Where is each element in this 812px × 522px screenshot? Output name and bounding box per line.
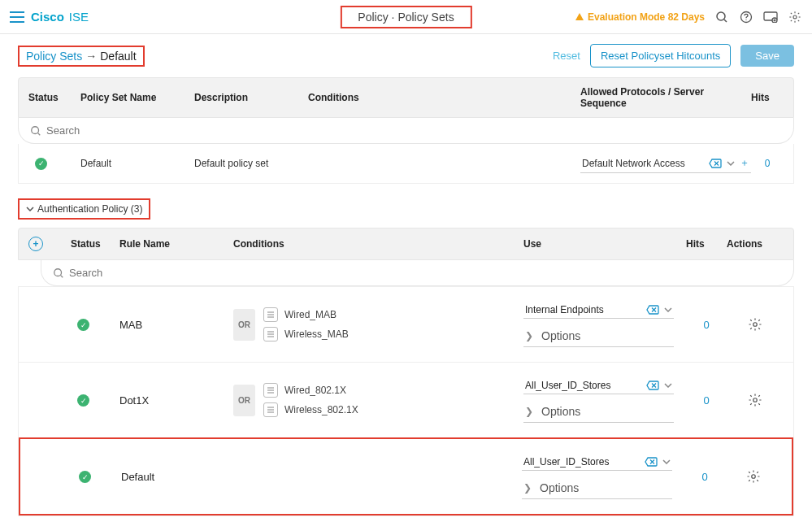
conditions-cell[interactable] (235, 462, 522, 491)
condition-item[interactable]: Wired_802.1X (263, 383, 358, 398)
policyset-search[interactable] (18, 118, 794, 144)
svg-point-8 (753, 323, 758, 327)
settings-gear-icon[interactable] (788, 10, 802, 24)
svg-point-5 (793, 15, 797, 19)
col-name: Policy Set Name (80, 92, 194, 103)
svg-point-7 (54, 268, 62, 276)
chevron-down-icon[interactable] (727, 161, 735, 166)
chevron-down-icon[interactable] (664, 307, 672, 312)
eval-mode-banner[interactable]: Evaluation Mode 82 Days (575, 11, 705, 23)
add-rule-button[interactable]: + (28, 237, 43, 251)
subbar: Policy Sets → Default Reset Reset Policy… (0, 34, 812, 77)
svg-point-0 (717, 12, 725, 20)
breadcrumb-current: Default (100, 50, 136, 63)
condition-label: Wireless_MAB (284, 328, 349, 340)
chevron-down-icon (26, 207, 34, 211)
warning-icon (575, 12, 584, 22)
search-icon (53, 268, 64, 279)
rule-row-dot1x: ✓ Dot1X OR Wired_802.1X Wireless_802.1X (19, 362, 793, 437)
condition-list: Wired_MAB Wireless_MAB (263, 307, 349, 341)
options-toggle[interactable]: ❯ Options (523, 325, 674, 347)
conditions-cell[interactable]: OR Wired_MAB Wireless_MAB (233, 293, 523, 356)
allowed-protocols-cell[interactable]: Default Network Access ＋ (580, 154, 751, 173)
use-select[interactable]: All_User_ID_Stores (522, 454, 672, 471)
topbar: Cisco ISE Policy · Policy Sets Evaluatio… (0, 0, 812, 34)
policyset-search-input[interactable] (46, 124, 782, 137)
auth-header-row: + Status Rule Name Conditions Use Hits A… (18, 228, 794, 260)
col-hits: Hits (751, 92, 784, 103)
rule-row-default: ✓ Default All_User_ID_Stores ❯ Options (19, 437, 793, 515)
rule-hits[interactable]: 0 (686, 304, 727, 346)
use-select[interactable]: All_User_ID_Stores (523, 377, 674, 394)
conditions-cell[interactable]: OR Wired_802.1X Wireless_802.1X (233, 368, 523, 432)
svg-point-9 (753, 398, 758, 402)
col-conditions: Conditions (233, 238, 523, 250)
policyset-header-row: Status Policy Set Name Description Condi… (18, 77, 794, 118)
chevron-down-icon[interactable] (662, 459, 671, 464)
auth-policy-toggle[interactable]: Authentication Policy (3) (18, 198, 150, 220)
options-label: Options (541, 405, 580, 418)
condition-item[interactable]: Wired_MAB (263, 307, 349, 322)
col-rule-name: Rule Name (119, 238, 233, 250)
status-ok-icon: ✓ (77, 394, 89, 407)
rule-actions[interactable] (725, 455, 782, 498)
use-value: All_User_ID_Stores (523, 456, 609, 468)
chevron-right-icon: ❯ (523, 482, 532, 494)
rule-actions[interactable] (727, 378, 784, 422)
rule-name[interactable]: Default (121, 456, 235, 498)
rule-actions[interactable] (727, 302, 784, 346)
clear-icon[interactable] (646, 305, 659, 315)
breadcrumb-root[interactable]: Policy Sets (26, 50, 82, 63)
auth-policy-title: Authentication Policy (3) (37, 203, 142, 215)
rule-name[interactable]: MAB (119, 304, 233, 346)
clear-icon[interactable] (645, 457, 658, 467)
options-toggle[interactable]: ❯ Options (522, 477, 672, 499)
eval-label: Evaluation Mode 82 Days (588, 11, 705, 23)
status-ok-icon: ✓ (35, 158, 47, 170)
auth-rules-section: + Status Rule Name Conditions Use Hits A… (18, 228, 794, 516)
clear-icon[interactable] (709, 159, 722, 168)
auth-search[interactable] (41, 260, 794, 286)
policyset-description: Default policy set (194, 158, 308, 169)
status-cell: ✓ (72, 455, 121, 498)
condition-label: Wired_802.1X (284, 385, 346, 396)
hamburger-icon[interactable] (10, 11, 24, 23)
options-label: Options (540, 481, 579, 494)
brand-name: Cisco (31, 10, 64, 24)
policyset-row: ✓ Default Default policy set Default Net… (18, 144, 794, 184)
help-icon[interactable] (739, 10, 753, 24)
auth-search-input[interactable] (69, 267, 782, 279)
col-use: Use (523, 238, 686, 250)
col-description: Description (194, 92, 308, 103)
page-title: Policy · Policy Sets (340, 6, 471, 28)
options-toggle[interactable]: ❯ Options (523, 401, 674, 423)
search-icon[interactable] (714, 10, 729, 24)
brand: Cisco ISE (31, 10, 89, 24)
col-hits: Hits (686, 238, 727, 250)
col-status: Status (71, 238, 119, 250)
condition-list: Wired_802.1X Wireless_802.1X (263, 383, 358, 417)
use-cell: Internal Endpoints ❯ Options (523, 287, 686, 362)
rule-name[interactable]: Dot1X (119, 380, 233, 421)
policyset-name[interactable]: Default (80, 158, 194, 169)
col-status: Status (28, 92, 80, 103)
reset-link[interactable]: Reset (553, 50, 580, 62)
save-button[interactable]: Save (740, 45, 794, 67)
policyset-hits[interactable]: 0 (751, 158, 784, 169)
status-cell: ✓ (71, 303, 119, 346)
rule-hits[interactable]: 0 (684, 456, 725, 498)
condition-item[interactable]: Wireless_MAB (263, 327, 349, 341)
clear-icon[interactable] (646, 381, 659, 390)
reset-hitcounts-button[interactable]: Reset Policyset Hitcounts (590, 44, 731, 67)
sub-actions: Reset Reset Policyset Hitcounts Save (553, 44, 794, 67)
rule-hits[interactable]: 0 (686, 380, 727, 421)
col-allowed: Allowed Protocols / Server Sequence (580, 86, 751, 109)
ops-icon[interactable] (763, 10, 778, 24)
use-select[interactable]: Internal Endpoints (523, 302, 674, 319)
chevron-down-icon[interactable] (664, 383, 672, 388)
condition-item[interactable]: Wireless_802.1X (263, 402, 358, 417)
condition-label: Wireless_802.1X (284, 404, 358, 415)
add-icon[interactable]: ＋ (740, 156, 749, 170)
auth-section-wrap: Authentication Policy (3) (18, 190, 794, 228)
condition-label: Wired_MAB (284, 309, 337, 320)
